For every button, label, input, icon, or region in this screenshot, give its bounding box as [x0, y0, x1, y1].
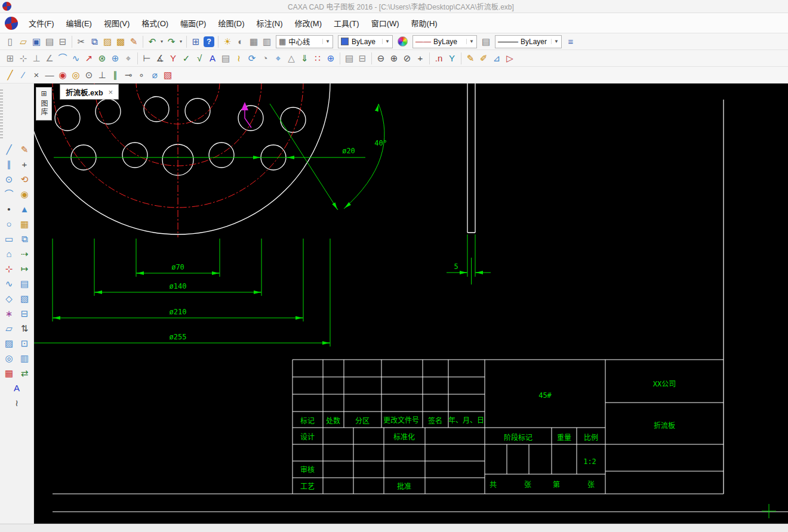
regen-icon[interactable]: ◔ — [258, 52, 272, 65]
point-tool-icon[interactable]: • — [2, 202, 16, 216]
ellipse-tool-icon[interactable]: ○ — [2, 217, 16, 231]
fill-tool-icon[interactable]: ▨ — [2, 336, 16, 351]
circle-tool-icon[interactable]: ⊙ — [2, 172, 16, 187]
line-tool-icon[interactable]: ╱ — [4, 69, 17, 82]
array-tool-icon[interactable]: ▦ — [17, 217, 32, 231]
triangle-tool-icon[interactable]: △ — [285, 52, 298, 65]
insert-icon[interactable]: ⊕ — [109, 52, 122, 65]
ortho-icon[interactable]: ⊥ — [30, 52, 43, 65]
line-tool-icon[interactable]: ╱ — [2, 143, 16, 157]
brush-tool-icon[interactable]: ✎ — [17, 143, 32, 157]
color-combobox[interactable]: ByLaye ▼ — [338, 35, 393, 48]
menu-item[interactable]: 文件(F) — [23, 14, 60, 32]
print-preview-icon[interactable]: ▤ — [43, 35, 56, 48]
diameter-icon[interactable]: ⌀ — [148, 69, 161, 82]
linetype-manager-icon[interactable]: ▤ — [479, 35, 492, 48]
mirror-tool-icon[interactable]: ▲ — [17, 202, 32, 216]
cut-icon[interactable]: ✂ — [75, 35, 88, 48]
property-brush-icon[interactable]: ✐ — [477, 52, 490, 65]
zoom-window-icon[interactable]: ⊘ — [401, 52, 414, 65]
format-brush-icon[interactable]: ✎ — [127, 35, 140, 48]
arc-tool-icon[interactable]: ⌒ — [56, 52, 69, 65]
hatch-red-icon[interactable]: ▧ — [161, 69, 174, 82]
angle-dim-icon[interactable]: ∡ — [153, 52, 167, 65]
list-icon[interactable]: ▥ — [17, 351, 32, 366]
locate-icon[interactable]: ⌖ — [122, 52, 135, 65]
arrow-tool-icon[interactable]: ↗ — [82, 52, 96, 65]
pan-icon[interactable]: + — [414, 52, 427, 65]
center-circle-icon[interactable]: ◉ — [56, 69, 69, 82]
redo-dropdown-icon[interactable]: ▾ — [178, 35, 184, 48]
help-icon[interactable]: ? — [204, 36, 214, 47]
style-brush-icon[interactable]: ✎ — [464, 52, 477, 65]
sketch-tool-icon[interactable]: ▱ — [2, 321, 16, 336]
new-file-icon[interactable]: ▯ — [4, 35, 17, 48]
leader-icon[interactable]: Y — [167, 52, 180, 65]
drawing-canvas-area[interactable]: ⊞ 图库 折流板.exb × — [34, 83, 788, 524]
snap-point-icon[interactable]: ⊹ — [17, 52, 30, 65]
layer-visibility-icon[interactable]: ☀ — [221, 35, 234, 48]
library-panel-tab[interactable]: ⊞ 图库 — [36, 87, 52, 120]
perpendicular-icon[interactable]: ⊥ — [96, 69, 109, 82]
save-icon[interactable]: ▣ — [30, 35, 43, 48]
three-point-circle-icon[interactable]: ⊙ — [82, 69, 96, 82]
print-icon[interactable]: ⊟ — [56, 35, 69, 48]
menu-item[interactable]: 修改(M) — [289, 14, 328, 32]
grid-snap-icon[interactable]: ⊞ — [4, 52, 17, 65]
flag-icon[interactable]: ▷ — [503, 52, 516, 65]
menu-item[interactable]: 格式(O) — [136, 14, 174, 32]
rotate-tool-icon[interactable]: ⟲ — [17, 172, 32, 187]
menu-item[interactable]: 幅面(P) — [174, 14, 212, 32]
table-icon[interactable]: ⊟ — [356, 52, 369, 65]
two-point-line-icon[interactable]: × — [30, 69, 43, 82]
break-icon[interactable]: ⊛ — [96, 52, 109, 65]
formula-tool-icon[interactable]: ∗ — [2, 307, 16, 321]
layer-state-icon[interactable]: ◐ — [234, 35, 247, 48]
block-icon[interactable]: ⊡ — [17, 336, 32, 351]
image-icon[interactable]: ▤ — [219, 52, 232, 65]
copy-shape-icon[interactable]: ⧉ — [17, 232, 32, 246]
layer-combobox[interactable]: ▦ 中心线 ▼ — [276, 35, 333, 48]
polar-icon[interactable]: ∠ — [43, 52, 56, 65]
polygon-tool-icon[interactable]: ⌂ — [2, 247, 16, 261]
layer-manager-icon[interactable]: ▦ — [247, 35, 260, 48]
menu-item[interactable]: 编辑(E) — [60, 14, 98, 32]
menu-item[interactable]: 窗口(W) — [365, 14, 405, 32]
parallel-icon[interactable]: ∥ — [109, 69, 122, 82]
offset-icon[interactable]: ⇢ — [17, 247, 32, 261]
copy-icon[interactable]: ⧉ — [88, 35, 101, 48]
text-tool-icon[interactable]: A — [206, 52, 219, 65]
stretch-icon[interactable]: ⇅ — [17, 321, 32, 336]
color-picker-icon[interactable] — [398, 36, 408, 47]
zoom-in-icon[interactable]: ⊕ — [387, 52, 401, 65]
paste-special-icon[interactable]: ▩ — [114, 35, 127, 48]
ring-tool-icon[interactable]: ◎ — [2, 351, 16, 366]
tolerance-icon[interactable]: √ — [193, 52, 206, 65]
two-point-circle-icon[interactable]: ◎ — [69, 69, 82, 82]
caxa-app-icon[interactable] — [5, 17, 18, 30]
linear-dim-icon[interactable]: ⊢ — [140, 52, 153, 65]
point-tool-icon[interactable]: ∘ — [135, 69, 148, 82]
wave-tool-icon[interactable]: ≀ — [10, 396, 24, 410]
bom-table-icon[interactable]: ▤ — [343, 52, 356, 65]
menu-item[interactable]: 帮助(H) — [405, 14, 444, 32]
quick-select-icon[interactable]: Y — [445, 52, 458, 65]
arc-tool-icon[interactable]: ⌒ — [2, 187, 16, 202]
move-tool-icon[interactable]: + — [17, 157, 32, 172]
measure-icon[interactable]: ⊿ — [490, 52, 503, 65]
ole-object-icon[interactable]: ⊞ — [189, 35, 202, 48]
parallel-line-icon[interactable]: ∥ — [2, 157, 16, 172]
grid-red-icon[interactable]: ▦ — [2, 366, 16, 381]
menu-item[interactable]: 工具(T) — [328, 14, 365, 32]
close-icon[interactable]: × — [109, 88, 113, 97]
menu-item[interactable]: 绘图(D) — [212, 14, 250, 32]
layer-tool-icon[interactable]: ▥ — [260, 35, 273, 48]
centerline-tool-icon[interactable]: ⊹ — [2, 262, 16, 276]
undo-icon[interactable]: ↶ — [146, 35, 159, 48]
name-filter-icon[interactable]: .n — [432, 52, 445, 65]
array-icon[interactable]: ∷ — [311, 52, 324, 65]
panel-grip[interactable] — [0, 89, 3, 140]
rectangle-tool-icon[interactable]: ▭ — [2, 232, 16, 246]
datum-icon[interactable]: ✓ — [180, 52, 193, 65]
horizontal-line-icon[interactable]: — — [43, 69, 56, 82]
